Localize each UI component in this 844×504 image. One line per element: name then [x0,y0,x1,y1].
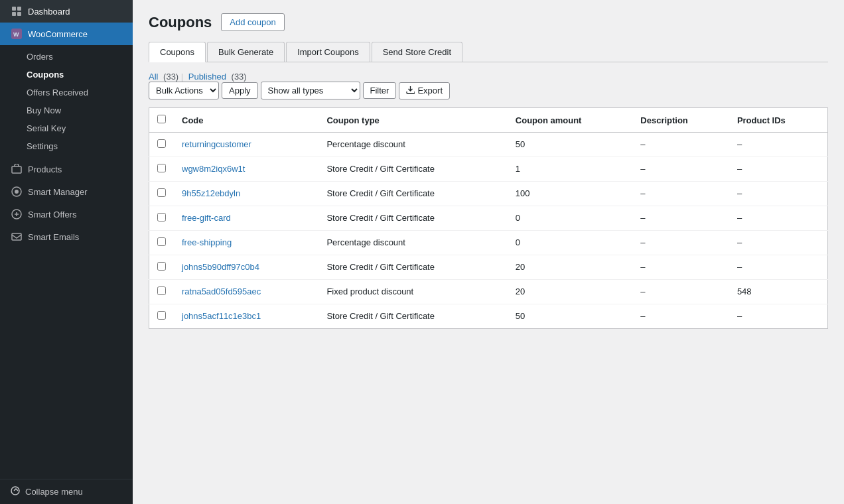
svg-rect-6 [12,166,21,173]
coupon-code-link[interactable]: ratna5ad05fd595aec [182,286,261,296]
row-product-ids: – [729,231,828,255]
row-checkbox-5[interactable] [157,262,166,271]
table-row: returningcustomer Percentage discount 50… [149,133,828,157]
sidebar-label-smart-emails: Smart Emails [28,232,79,242]
sidebar-label-products: Products [28,164,62,174]
page-title: Coupons [149,14,212,31]
tab-send-store-credit[interactable]: Send Store Credit [372,42,462,62]
sidebar-item-dashboard[interactable]: Dashboard [0,0,133,23]
svg-rect-1 [17,7,21,11]
row-product-ids: – [729,182,828,206]
row-coupon-type: Store Credit / Gift Certificate [318,206,507,231]
row-checkbox-4[interactable] [157,237,166,246]
table-row: free-shipping Percentage discount 0 – – [149,231,828,255]
row-description: – [632,280,729,304]
filter-all-link[interactable]: All [149,72,158,82]
sidebar-item-offers-received[interactable]: Offers Received [0,84,133,101]
filter-published-link[interactable]: Published [188,72,226,82]
svg-text:W: W [13,31,19,38]
row-description: – [632,255,729,280]
sidebar-item-products[interactable]: Products [0,158,133,180]
row-code: free-gift-card [174,206,318,231]
sidebar-item-smart-offers[interactable]: Smart Offers [0,203,133,225]
sidebar-item-settings[interactable]: Settings [0,137,133,155]
row-checkbox-2[interactable] [157,188,166,197]
table-row: wgw8m2iqx6w1t Store Credit / Gift Certif… [149,157,828,182]
svg-rect-3 [17,12,21,16]
export-button[interactable]: Export [399,82,450,99]
row-coupon-amount: 100 [508,182,633,206]
row-coupon-amount: 0 [508,231,633,255]
row-checkbox-0[interactable] [157,139,166,148]
coupon-code-link[interactable]: free-gift-card [182,213,231,223]
sidebar-item-serial-key[interactable]: Serial Key [0,119,133,137]
svg-point-11 [11,487,19,495]
woo-icon: W [11,28,23,40]
coupon-code-link[interactable]: wgw8m2iqx6w1t [182,164,245,174]
row-code: 9h55z12ebdyln [174,182,318,206]
tab-bulk-generate[interactable]: Bulk Generate [207,42,285,62]
th-code: Code [174,108,318,133]
add-coupon-button[interactable]: Add coupon [221,13,284,31]
sidebar-label-smart-manager: Smart Manager [28,187,88,197]
smart-offers-icon [11,208,23,220]
row-coupon-type: Store Credit / Gift Certificate [318,157,507,182]
filter-links: All (33) | Published (33) [149,72,823,82]
sidebar-item-woocommerce[interactable]: W WooCommerce [0,23,133,45]
row-checkbox-6[interactable] [157,286,166,295]
coupon-code-link[interactable]: 9h55z12ebdyln [182,188,240,198]
row-description: – [632,182,729,206]
row-coupon-type: Store Credit / Gift Certificate [318,255,507,280]
row-product-ids: 548 [729,280,828,304]
content-area: Coupons Add coupon Coupons Bulk Generate… [133,0,844,504]
coupon-code-link[interactable]: johns5b90dff97c0b4 [182,262,259,272]
row-coupon-amount: 1 [508,157,633,182]
row-checkbox-1[interactable] [157,164,166,172]
row-checkbox-7[interactable] [157,311,166,320]
smart-emails-icon [11,231,23,243]
select-all-checkbox[interactable] [157,115,166,123]
svg-point-8 [15,190,19,194]
type-filter-select[interactable]: Show all types [261,82,360,99]
sidebar-item-buy-now[interactable]: Buy Now [0,101,133,119]
coupon-code-link[interactable]: free-shipping [182,237,232,247]
sidebar-label-smart-offers: Smart Offers [28,210,76,220]
row-checkbox-cell [149,280,175,304]
row-description: – [632,133,729,157]
products-icon [11,163,23,175]
row-description: – [632,206,729,231]
export-label: Export [417,86,443,95]
apply-button[interactable]: Apply [222,82,258,99]
row-checkbox-cell [149,182,175,206]
table-row: free-gift-card Store Credit / Gift Certi… [149,206,828,231]
collapse-menu-button[interactable]: Collapse menu [0,479,133,504]
row-coupon-amount: 50 [508,304,633,329]
row-checkbox-cell [149,206,175,231]
table-row: johns5acf11c1e3bc1 Store Credit / Gift C… [149,304,828,329]
tab-import-coupons[interactable]: Import Coupons [286,42,370,62]
sidebar-item-smart-manager[interactable]: Smart Manager [0,180,133,203]
coupon-code-link[interactable]: johns5acf11c1e3bc1 [182,311,261,321]
sidebar-item-coupons[interactable]: Coupons [0,66,133,84]
sidebar-item-smart-emails[interactable]: Smart Emails [0,225,133,248]
row-description: – [632,231,729,255]
row-checkbox-cell [149,133,175,157]
row-product-ids: – [729,255,828,280]
tab-coupons[interactable]: Coupons [149,42,206,62]
table-row: johns5b90dff97c0b4 Store Credit / Gift C… [149,255,828,280]
row-description: – [632,304,729,329]
sidebar-item-orders[interactable]: Orders [0,48,133,66]
row-checkbox-cell [149,157,175,182]
filter-button[interactable]: Filter [363,82,397,99]
coupon-code-link[interactable]: returningcustomer [182,139,251,149]
row-code: johns5b90dff97c0b4 [174,255,318,280]
collapse-menu-label: Collapse menu [25,487,83,497]
row-coupon-type: Percentage discount [318,133,507,157]
row-code: johns5acf11c1e3bc1 [174,304,318,329]
filter-published-count: (33) [232,72,247,82]
row-coupon-amount: 20 [508,280,633,304]
row-checkbox-3[interactable] [157,213,166,221]
main-content: Coupons Add coupon Coupons Bulk Generate… [133,0,844,504]
smart-manager-icon [11,186,23,198]
bulk-actions-select[interactable]: Bulk Actions [149,82,219,99]
